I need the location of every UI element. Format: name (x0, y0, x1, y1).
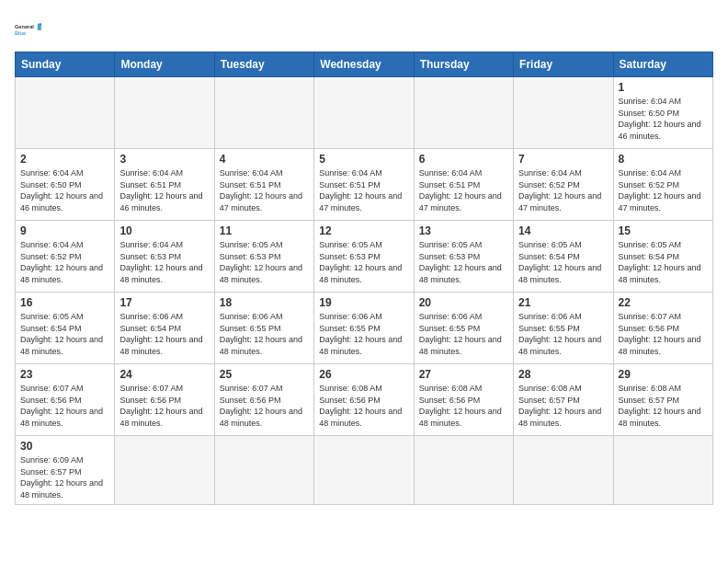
calendar-day-cell: 29Sunrise: 6:08 AM Sunset: 6:57 PM Dayli… (613, 364, 712, 436)
day-number: 8 (619, 153, 708, 166)
day-info: Sunrise: 6:05 AM Sunset: 6:53 PM Dayligh… (419, 239, 508, 285)
day-info: Sunrise: 6:08 AM Sunset: 6:57 PM Dayligh… (518, 383, 608, 429)
calendar-week-row: 30Sunrise: 6:09 AM Sunset: 6:57 PM Dayli… (16, 436, 713, 505)
calendar-day-cell: 19Sunrise: 6:06 AM Sunset: 6:55 PM Dayli… (314, 293, 414, 364)
day-info: Sunrise: 6:05 AM Sunset: 6:53 PM Dayligh… (319, 239, 408, 285)
calendar-day-cell (314, 77, 414, 149)
calendar-day-cell: 6Sunrise: 6:04 AM Sunset: 6:51 PM Daylig… (414, 149, 513, 221)
day-info: Sunrise: 6:07 AM Sunset: 6:56 PM Dayligh… (119, 383, 209, 429)
calendar-day-cell: 22Sunrise: 6:07 AM Sunset: 6:56 PM Dayli… (613, 293, 712, 364)
calendar-day-cell (414, 436, 513, 505)
day-info: Sunrise: 6:04 AM Sunset: 6:53 PM Dayligh… (119, 239, 209, 285)
day-number: 26 (319, 368, 408, 381)
calendar-day-cell (214, 436, 313, 505)
day-number: 23 (20, 368, 109, 381)
day-info: Sunrise: 6:04 AM Sunset: 6:51 PM Dayligh… (419, 167, 508, 213)
weekday-header-tuesday: Tuesday (214, 52, 313, 77)
calendar-day-cell: 21Sunrise: 6:06 AM Sunset: 6:55 PM Dayli… (514, 293, 613, 364)
day-number: 7 (518, 153, 608, 166)
day-info: Sunrise: 6:06 AM Sunset: 6:54 PM Dayligh… (119, 311, 209, 357)
calendar-day-cell: 8Sunrise: 6:04 AM Sunset: 6:52 PM Daylig… (613, 149, 712, 221)
day-number: 21 (518, 296, 608, 309)
day-number: 24 (119, 368, 209, 381)
day-info: Sunrise: 6:06 AM Sunset: 6:55 PM Dayligh… (319, 311, 408, 357)
page-header: GeneralBlue (15, 15, 713, 44)
calendar-table: SundayMondayTuesdayWednesdayThursdayFrid… (15, 52, 713, 505)
calendar-day-cell: 7Sunrise: 6:04 AM Sunset: 6:52 PM Daylig… (514, 149, 613, 221)
calendar-day-cell: 11Sunrise: 6:05 AM Sunset: 6:53 PM Dayli… (214, 221, 313, 293)
day-info: Sunrise: 6:05 AM Sunset: 6:54 PM Dayligh… (619, 239, 708, 285)
day-number: 5 (319, 153, 408, 166)
svg-text:Blue: Blue (15, 30, 26, 36)
day-info: Sunrise: 6:09 AM Sunset: 6:57 PM Dayligh… (20, 454, 109, 500)
calendar-day-cell: 17Sunrise: 6:06 AM Sunset: 6:54 PM Dayli… (115, 293, 214, 364)
day-info: Sunrise: 6:07 AM Sunset: 6:56 PM Dayligh… (20, 383, 109, 429)
calendar-week-row: 9Sunrise: 6:04 AM Sunset: 6:52 PM Daylig… (16, 221, 713, 293)
calendar-day-cell: 23Sunrise: 6:07 AM Sunset: 6:56 PM Dayli… (16, 364, 115, 436)
svg-text:General: General (15, 24, 34, 29)
logo-icon: GeneralBlue (15, 15, 44, 44)
weekday-header-monday: Monday (115, 52, 214, 77)
day-number: 1 (619, 81, 708, 94)
day-info: Sunrise: 6:04 AM Sunset: 6:51 PM Dayligh… (119, 167, 209, 213)
calendar-week-row: 23Sunrise: 6:07 AM Sunset: 6:56 PM Dayli… (16, 364, 713, 436)
weekday-header-saturday: Saturday (613, 52, 712, 77)
day-number: 13 (419, 224, 508, 237)
day-number: 11 (220, 224, 309, 237)
calendar-day-cell: 28Sunrise: 6:08 AM Sunset: 6:57 PM Dayli… (514, 364, 613, 436)
day-info: Sunrise: 6:04 AM Sunset: 6:52 PM Dayligh… (518, 167, 608, 213)
day-number: 28 (518, 368, 608, 381)
calendar-day-cell: 2Sunrise: 6:04 AM Sunset: 6:50 PM Daylig… (16, 149, 115, 221)
day-info: Sunrise: 6:05 AM Sunset: 6:54 PM Dayligh… (518, 239, 608, 285)
day-number: 29 (619, 368, 708, 381)
day-number: 3 (119, 153, 209, 166)
calendar-day-cell: 4Sunrise: 6:04 AM Sunset: 6:51 PM Daylig… (214, 149, 313, 221)
day-number: 27 (419, 368, 508, 381)
day-number: 4 (220, 153, 309, 166)
day-number: 9 (20, 224, 109, 237)
day-info: Sunrise: 6:07 AM Sunset: 6:56 PM Dayligh… (220, 383, 309, 429)
day-info: Sunrise: 6:04 AM Sunset: 6:52 PM Dayligh… (619, 167, 708, 213)
day-number: 22 (619, 296, 708, 309)
day-info: Sunrise: 6:08 AM Sunset: 6:57 PM Dayligh… (619, 383, 708, 429)
day-info: Sunrise: 6:06 AM Sunset: 6:55 PM Dayligh… (419, 311, 508, 357)
calendar-day-cell: 26Sunrise: 6:08 AM Sunset: 6:56 PM Dayli… (314, 364, 414, 436)
day-info: Sunrise: 6:04 AM Sunset: 6:51 PM Dayligh… (319, 167, 408, 213)
weekday-header-thursday: Thursday (414, 52, 513, 77)
day-number: 15 (619, 224, 708, 237)
calendar-day-cell: 20Sunrise: 6:06 AM Sunset: 6:55 PM Dayli… (414, 293, 513, 364)
day-number: 20 (419, 296, 508, 309)
day-number: 25 (220, 368, 309, 381)
calendar-day-cell: 12Sunrise: 6:05 AM Sunset: 6:53 PM Dayli… (314, 221, 414, 293)
calendar-day-cell (115, 436, 214, 505)
calendar-day-cell (414, 77, 513, 149)
day-number: 12 (319, 224, 408, 237)
calendar-day-cell: 16Sunrise: 6:05 AM Sunset: 6:54 PM Dayli… (16, 293, 115, 364)
logo: GeneralBlue (15, 15, 44, 44)
calendar-day-cell: 10Sunrise: 6:04 AM Sunset: 6:53 PM Dayli… (115, 221, 214, 293)
day-number: 16 (20, 296, 109, 309)
day-number: 30 (20, 440, 109, 453)
day-info: Sunrise: 6:06 AM Sunset: 6:55 PM Dayligh… (220, 311, 309, 357)
calendar-day-cell: 5Sunrise: 6:04 AM Sunset: 6:51 PM Daylig… (314, 149, 414, 221)
day-info: Sunrise: 6:04 AM Sunset: 6:50 PM Dayligh… (619, 96, 708, 142)
day-info: Sunrise: 6:07 AM Sunset: 6:56 PM Dayligh… (619, 311, 708, 357)
calendar-day-cell: 3Sunrise: 6:04 AM Sunset: 6:51 PM Daylig… (115, 149, 214, 221)
day-number: 2 (20, 153, 109, 166)
weekday-header-wednesday: Wednesday (314, 52, 414, 77)
calendar-day-cell (514, 436, 613, 505)
day-info: Sunrise: 6:08 AM Sunset: 6:56 PM Dayligh… (419, 383, 508, 429)
day-number: 17 (119, 296, 209, 309)
calendar-day-cell: 15Sunrise: 6:05 AM Sunset: 6:54 PM Dayli… (613, 221, 712, 293)
calendar-week-row: 1Sunrise: 6:04 AM Sunset: 6:50 PM Daylig… (16, 77, 713, 149)
calendar-day-cell: 14Sunrise: 6:05 AM Sunset: 6:54 PM Dayli… (514, 221, 613, 293)
calendar-day-cell (115, 77, 214, 149)
weekday-header-friday: Friday (514, 52, 613, 77)
day-number: 18 (220, 296, 309, 309)
calendar-day-cell: 1Sunrise: 6:04 AM Sunset: 6:50 PM Daylig… (613, 77, 712, 149)
calendar-day-cell: 13Sunrise: 6:05 AM Sunset: 6:53 PM Dayli… (414, 221, 513, 293)
day-info: Sunrise: 6:04 AM Sunset: 6:52 PM Dayligh… (20, 239, 109, 285)
calendar-day-cell (613, 436, 712, 505)
calendar-week-row: 2Sunrise: 6:04 AM Sunset: 6:50 PM Daylig… (16, 149, 713, 221)
day-info: Sunrise: 6:08 AM Sunset: 6:56 PM Dayligh… (319, 383, 408, 429)
